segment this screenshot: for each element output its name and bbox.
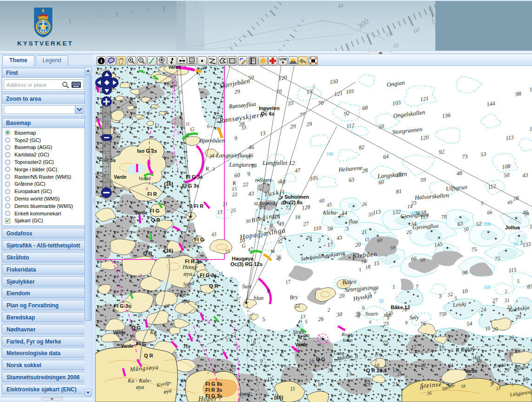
svg-text:64: 64 [382, 153, 389, 160]
svg-text:42: 42 [420, 362, 426, 369]
svg-text:Fl G 3s: Fl G 3s [200, 272, 217, 278]
svg-text:Fl G 3s: Fl G 3s [186, 174, 203, 180]
svg-text:Ha: Ha [183, 343, 190, 350]
svg-text:60: 60 [378, 178, 384, 186]
svg-text:108: 108 [501, 163, 511, 170]
svg-text:15: 15 [177, 313, 182, 318]
svg-text:Sk: Sk [181, 377, 187, 383]
svg-text:70: 70 [440, 213, 447, 220]
svg-text:111: 111 [395, 171, 404, 179]
svg-text:Varde: Varde [121, 344, 134, 349]
svg-text:100: 100 [411, 210, 418, 215]
svg-text:Haugøya: Haugøya [232, 256, 254, 261]
svg-text:22: 22 [295, 303, 301, 309]
svg-text:52: 52 [475, 220, 482, 227]
svg-text:63: 63 [457, 220, 463, 227]
svg-text:Balen: Balen [342, 278, 357, 286]
svg-text:59: 59 [420, 176, 426, 183]
svg-text:34: 34 [410, 220, 417, 227]
svg-text:Fl G: Fl G [194, 237, 204, 242]
svg-text:76: 76 [420, 320, 426, 327]
svg-text:Langfallet 12: Langfallet 12 [262, 159, 295, 166]
svg-text:10: 10 [239, 237, 245, 244]
svg-text:øya: øya [183, 270, 192, 277]
svg-text:Q G: Q G [131, 325, 141, 331]
svg-text:?: ? [191, 58, 193, 62]
svg-text:Bjørnbåen: Bjørnbåen [199, 137, 225, 144]
svg-text:Fl G 3s: Fl G 3s [205, 381, 223, 387]
svg-text:Fl R: Fl R [147, 191, 157, 197]
svg-text:st Svartskj: st Svartskj [254, 200, 277, 207]
svg-text:Rogn-: Rogn- [341, 331, 354, 337]
svg-text:150: 150 [329, 78, 338, 85]
svg-text:150: 150 [529, 85, 532, 93]
svg-text:24: 24 [480, 306, 486, 313]
svg-text:10: 10 [386, 31, 391, 38]
svg-text:Varde: Varde [465, 369, 478, 374]
svg-text:12: 12 [336, 356, 342, 361]
svg-text:26: 26 [508, 334, 514, 341]
svg-text:Svart-: Svart- [365, 311, 379, 317]
svg-text:72: 72 [285, 204, 291, 211]
svg-text:53: 53 [480, 150, 486, 158]
svg-text:34: 34 [279, 234, 286, 241]
svg-text:50: 50 [503, 171, 510, 179]
svg-text:4: 4 [145, 186, 148, 191]
svg-text:Fl G 3s: Fl G 3s [114, 303, 131, 309]
svg-text:115: 115 [508, 266, 517, 274]
svg-text:43: 43 [248, 190, 254, 197]
svg-text:110: 110 [313, 225, 322, 232]
svg-text:Båke 12: Båke 12 [391, 305, 410, 310]
svg-text:38: 38 [238, 120, 245, 128]
svg-text:11: 11 [164, 110, 169, 115]
svg-text:Varde: Varde [135, 210, 148, 215]
svg-text:46: 46 [522, 208, 528, 216]
svg-text:Kleba-: Kleba- [322, 209, 338, 216]
svg-text:113: 113 [372, 208, 381, 216]
svg-text:18: 18 [460, 383, 466, 389]
svg-text:43: 43 [211, 231, 217, 237]
svg-text:flua: flua [349, 218, 358, 225]
svg-text:Flat-: Flat- [176, 292, 188, 298]
svg-text:Varde: Varde [138, 175, 150, 181]
svg-text:Fl G 3s: Fl G 3s [182, 183, 199, 188]
svg-text:128: 128 [301, 204, 310, 211]
svg-text:82: 82 [358, 143, 365, 151]
svg-text:Kø: Kø [150, 329, 157, 336]
svg-text:22: 22 [232, 191, 238, 197]
svg-text:(16): (16) [164, 181, 173, 187]
svg-text:20: 20 [338, 292, 345, 299]
svg-text:Varde: Varde [168, 66, 181, 70]
svg-text:19: 19 [364, 380, 370, 388]
svg-text:76: 76 [306, 234, 312, 241]
svg-text:33: 33 [393, 42, 399, 49]
svg-text:Iso G 2s: Iso G 2s [137, 148, 157, 154]
svg-text:113: 113 [505, 134, 514, 142]
svg-text:113: 113 [420, 213, 428, 220]
svg-text:26: 26 [317, 315, 324, 323]
svg-text:Kv: Kv [374, 351, 381, 357]
svg-text:KYSTVERKET: KYSTVERKET [17, 40, 73, 47]
svg-text:30: 30 [335, 311, 342, 318]
svg-text:83: 83 [526, 283, 532, 290]
svg-text:29: 29 [515, 313, 521, 320]
svg-text:Fl G: Fl G [150, 208, 159, 214]
svg-text:10: 10 [461, 287, 468, 295]
svg-text:46: 46 [248, 143, 254, 151]
svg-text:105: 105 [309, 175, 318, 182]
svg-text:11: 11 [218, 271, 223, 276]
svg-text:26: 26 [427, 390, 432, 396]
svg-text:21: 21 [361, 229, 368, 235]
svg-text:16: 16 [308, 357, 315, 364]
svg-text:Fl G 3s: Fl G 3s [205, 393, 223, 399]
svg-text:21: 21 [392, 380, 398, 388]
svg-text:18: 18 [250, 162, 257, 169]
svg-text:12: 12 [154, 123, 159, 128]
svg-text:13: 13 [259, 130, 266, 137]
svg-text:70: 70 [317, 99, 324, 107]
svg-text:UTM: UTM [279, 58, 286, 61]
svg-text:60: 60 [234, 171, 240, 179]
svg-text:20: 20 [355, 241, 361, 248]
svg-text:skjt: skjt [278, 178, 286, 185]
svg-text:50: 50 [379, 298, 383, 304]
